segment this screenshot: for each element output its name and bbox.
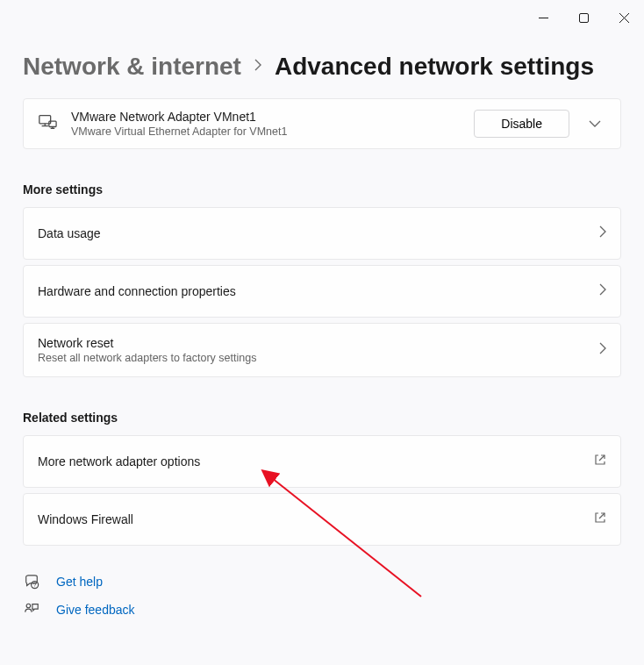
row-more-adapter-options[interactable]: More network adapter options [23, 435, 621, 488]
give-feedback-link[interactable]: Give feedback [23, 602, 621, 618]
svg-line-10 [599, 455, 605, 461]
row-sublabel: Reset all network adapters to factory se… [38, 352, 585, 364]
chevron-right-icon [599, 342, 606, 358]
svg-line-11 [599, 513, 605, 518]
svg-rect-1 [579, 13, 588, 22]
row-label: Hardware and connection properties [38, 284, 585, 298]
get-help-link[interactable]: Get help [23, 574, 621, 590]
chevron-right-icon [254, 59, 262, 75]
svg-point-13 [34, 586, 35, 587]
row-label: Windows Firewall [38, 512, 580, 526]
row-network-reset[interactable]: Network reset Reset all network adapters… [23, 323, 621, 377]
window-titlebar [0, 0, 644, 35]
breadcrumb-parent[interactable]: Network & internet [23, 53, 241, 81]
network-adapter-icon [38, 112, 57, 135]
minimize-icon [539, 13, 548, 23]
disable-button[interactable]: Disable [474, 110, 569, 138]
row-windows-firewall[interactable]: Windows Firewall [23, 493, 621, 546]
link-label: Get help [56, 575, 103, 589]
chevron-down-icon[interactable] [583, 116, 606, 132]
link-label: Give feedback [56, 603, 135, 617]
close-icon [619, 13, 629, 23]
section-more-settings: More settings [23, 182, 621, 197]
chevron-right-icon [599, 283, 606, 299]
adapter-row[interactable]: VMware Network Adapter VMnet1 VMware Vir… [23, 98, 621, 149]
adapter-subtitle: VMware Virtual Ethernet Adapter for VMne… [71, 125, 460, 138]
row-label: Data usage [38, 226, 585, 240]
section-related-settings: Related settings [23, 411, 621, 425]
row-data-usage[interactable]: Data usage [23, 207, 621, 260]
close-button[interactable] [604, 7, 644, 28]
feedback-icon [23, 602, 40, 618]
page-title: Advanced network settings [275, 53, 594, 81]
footer-links: Get help Give feedback [23, 574, 621, 618]
chevron-right-icon [599, 225, 606, 241]
row-label: More network adapter options [38, 454, 580, 468]
row-texts: Network reset Reset all network adapters… [38, 336, 585, 364]
external-link-icon [594, 454, 606, 469]
help-icon [23, 574, 40, 590]
maximize-icon [579, 13, 589, 23]
row-label: Network reset [38, 336, 585, 350]
adapter-text: VMware Network Adapter VMnet1 VMware Vir… [71, 110, 460, 138]
row-hardware-properties[interactable]: Hardware and connection properties [23, 265, 621, 318]
maximize-button[interactable] [563, 7, 604, 28]
minimize-button[interactable] [523, 7, 563, 28]
svg-point-14 [26, 604, 31, 608]
external-link-icon [594, 511, 606, 527]
breadcrumb: Network & internet Advanced network sett… [23, 53, 621, 81]
adapter-title: VMware Network Adapter VMnet1 [71, 110, 460, 124]
